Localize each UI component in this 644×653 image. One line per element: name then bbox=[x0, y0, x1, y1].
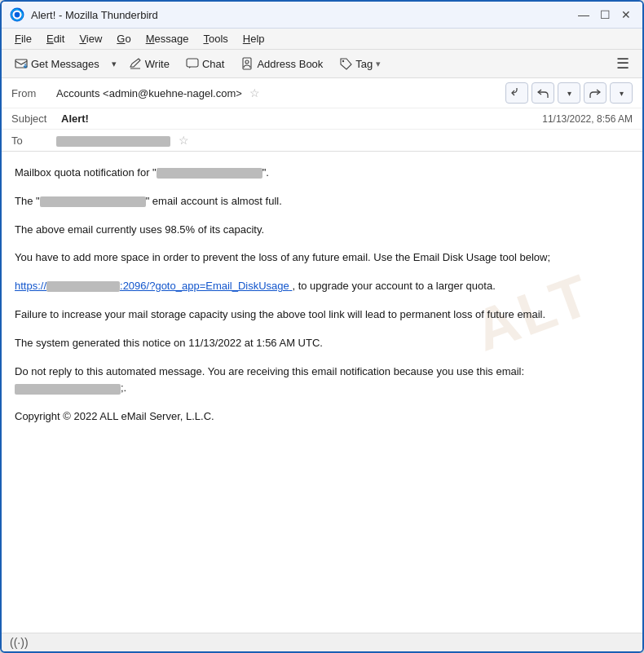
menu-file[interactable]: File bbox=[8, 30, 38, 47]
blurred-email bbox=[15, 384, 121, 395]
title-bar: Alert! - Mozilla Thunderbird — ☐ ✕ bbox=[2, 2, 642, 29]
to-label: To bbox=[11, 135, 56, 147]
more-dropdown-icon: ▾ bbox=[620, 89, 624, 98]
email-content: Mailbox quota notification for " ". The … bbox=[15, 165, 629, 426]
forward-button[interactable] bbox=[584, 82, 607, 104]
para-2: The " " email account is almost full. bbox=[15, 193, 629, 210]
subject-value: Alert! bbox=[61, 113, 89, 125]
address-book-button[interactable]: Address Book bbox=[234, 54, 329, 73]
chat-label: Chat bbox=[202, 58, 224, 70]
tag-button[interactable]: Tag ▾ bbox=[333, 54, 387, 73]
para-5: https:// :2096/?goto_app=Email_DiskUsage… bbox=[15, 278, 629, 295]
write-button[interactable]: Write bbox=[122, 54, 176, 73]
minimize-button[interactable]: — bbox=[576, 7, 592, 23]
svg-rect-6 bbox=[187, 59, 198, 67]
para-6: Failure to increase your mail storage ca… bbox=[15, 307, 629, 324]
from-label: From bbox=[11, 87, 56, 99]
blurred-domain-2 bbox=[40, 196, 146, 207]
to-value: ☆ bbox=[56, 134, 633, 147]
tag-label: Tag bbox=[355, 58, 373, 70]
to-address-blurred bbox=[56, 136, 170, 147]
para-7: The system generated this notice on 11/1… bbox=[15, 335, 629, 352]
from-text: Accounts <admin@kuehne-nagel.com> bbox=[56, 87, 242, 99]
menu-edit[interactable]: Edit bbox=[40, 30, 71, 47]
from-row: From Accounts <admin@kuehne-nagel.com> ☆… bbox=[2, 78, 642, 108]
menu-tools[interactable]: Tools bbox=[196, 30, 234, 47]
from-value: Accounts <admin@kuehne-nagel.com> ☆ bbox=[56, 86, 505, 99]
menu-view[interactable]: View bbox=[73, 30, 108, 47]
para-3: The above email currently uses 98.5% of … bbox=[15, 222, 629, 239]
toolbar: Get Messages ▾ Write Chat bbox=[2, 50, 642, 78]
blurred-domain-1 bbox=[157, 168, 262, 179]
to-row: To ☆ bbox=[2, 130, 642, 151]
maximize-button[interactable]: ☐ bbox=[597, 7, 613, 23]
para-4: You have to add more space in order to p… bbox=[15, 249, 629, 267]
chat-button[interactable]: Chat bbox=[179, 54, 231, 73]
reply-button[interactable] bbox=[532, 82, 554, 104]
header-action-buttons: ▾ ▾ bbox=[505, 82, 633, 104]
status-bar: ((·)) bbox=[2, 633, 642, 651]
email-timestamp: 11/13/2022, 8:56 AM bbox=[542, 113, 633, 125]
reply-back-icon bbox=[511, 87, 523, 99]
get-messages-icon bbox=[15, 57, 28, 70]
hamburger-menu-button[interactable]: ☰ bbox=[610, 53, 636, 74]
tag-icon bbox=[339, 57, 352, 70]
get-messages-label: Get Messages bbox=[31, 58, 99, 70]
get-messages-dropdown[interactable]: ▾ bbox=[109, 55, 119, 73]
svg-point-2 bbox=[15, 12, 20, 18]
email-body: ALT Mailbox quota notification for " ". … bbox=[2, 152, 642, 633]
chat-icon bbox=[186, 57, 199, 70]
para-1: Mailbox quota notification for " ". bbox=[15, 165, 629, 182]
reply-back-button[interactable] bbox=[505, 82, 528, 104]
reply-icon bbox=[537, 87, 549, 99]
write-label: Write bbox=[145, 58, 170, 70]
address-book-icon bbox=[240, 57, 254, 70]
window-title: Alert! - Mozilla Thunderbird bbox=[31, 9, 158, 21]
forward-icon bbox=[589, 87, 601, 99]
title-bar-left: Alert! - Mozilla Thunderbird bbox=[10, 7, 158, 22]
disk-usage-link[interactable]: https:// :2096/?goto_app=Email_DiskUsage bbox=[15, 280, 292, 292]
write-icon bbox=[129, 57, 142, 70]
email-header: From Accounts <admin@kuehne-nagel.com> ☆… bbox=[2, 78, 642, 152]
window-controls: — ☐ ✕ bbox=[576, 7, 634, 23]
main-window: Alert! - Mozilla Thunderbird — ☐ ✕ File … bbox=[0, 0, 644, 653]
svg-point-9 bbox=[342, 60, 344, 62]
copyright: Copyright © 2022 ALL eMail Server, L.L.C… bbox=[15, 408, 629, 426]
reply-dropdown-button[interactable]: ▾ bbox=[558, 82, 580, 104]
get-messages-button[interactable]: Get Messages bbox=[8, 54, 106, 73]
from-star-icon[interactable]: ☆ bbox=[249, 86, 260, 99]
reply-dropdown-icon: ▾ bbox=[567, 89, 571, 98]
connection-status-icon: ((·)) bbox=[10, 636, 29, 649]
close-button[interactable]: ✕ bbox=[618, 7, 634, 23]
more-actions-dropdown[interactable]: ▾ bbox=[610, 82, 633, 104]
app-logo-icon bbox=[10, 7, 24, 22]
menu-go[interactable]: Go bbox=[110, 30, 137, 47]
menu-bar: File Edit View Go Message Tools Help bbox=[2, 29, 642, 50]
menu-message[interactable]: Message bbox=[139, 30, 196, 47]
tag-dropdown-icon: ▾ bbox=[376, 59, 381, 69]
menu-help[interactable]: Help bbox=[236, 30, 271, 47]
address-book-label: Address Book bbox=[257, 58, 323, 70]
blurred-domain-3 bbox=[46, 281, 120, 292]
svg-point-8 bbox=[245, 60, 249, 64]
para-8: Do not reply to this automated message. … bbox=[15, 364, 629, 398]
subject-label: Subject bbox=[11, 113, 56, 125]
subject-row: Subject Alert! 11/13/2022, 8:56 AM bbox=[2, 108, 642, 130]
to-star-icon[interactable]: ☆ bbox=[179, 134, 189, 147]
